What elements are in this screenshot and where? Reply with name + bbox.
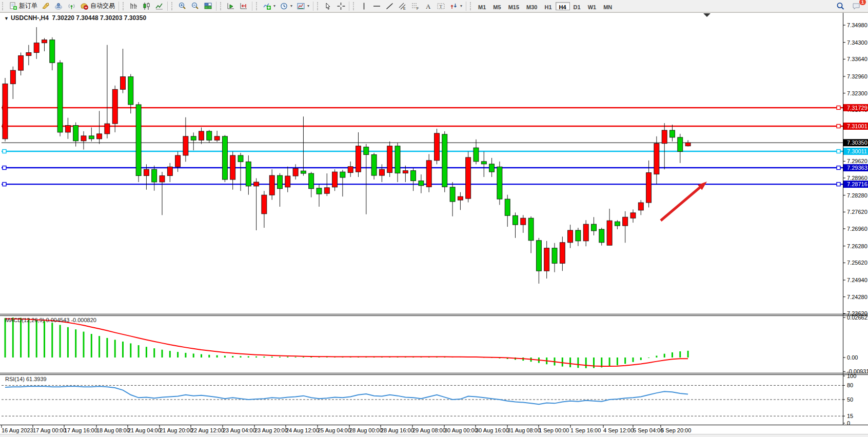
zoom-out-icon: [191, 2, 200, 10]
periods-icon: [280, 2, 288, 10]
zoom-out-button[interactable]: [189, 1, 202, 11]
templates-button[interactable]: ▾: [294, 1, 311, 11]
svg-text:16 Aug 2023: 16 Aug 2023: [2, 427, 33, 433]
svg-text:7.32960: 7.32960: [847, 73, 867, 80]
svg-text:7.31729: 7.31729: [847, 105, 867, 111]
svg-text:29 Aug 08:00: 29 Aug 08:00: [412, 427, 446, 433]
text-label-icon: T: [437, 2, 445, 10]
zoom-in-button[interactable]: [176, 1, 189, 11]
svg-text:28 Aug 00:00: 28 Aug 00:00: [349, 427, 383, 433]
svg-text:7.24940: 7.24940: [847, 277, 867, 283]
svg-text:17 Aug 16:00: 17 Aug 16:00: [64, 427, 97, 433]
svg-text:7.24280: 7.24280: [847, 294, 867, 300]
chart-window: 7.349807.343007.336407.329607.323007.316…: [0, 12, 868, 434]
timeframe-d1-button[interactable]: D1: [570, 2, 584, 10]
timeframe-m5-button[interactable]: M5: [489, 2, 504, 10]
svg-text:28 Aug 16:00: 28 Aug 16:00: [381, 427, 414, 433]
zoom-in-icon: [178, 2, 187, 10]
auto-scroll-icon: [227, 2, 235, 10]
bar-chart-button[interactable]: [127, 1, 140, 11]
candlestick-chart-button[interactable]: [140, 1, 153, 11]
line-chart-button[interactable]: [153, 1, 166, 11]
svg-text:17 Aug 00:00: 17 Aug 00:00: [33, 427, 66, 433]
mt4-terminal: 新订单自动交易▾▾▾EFAT▾M1M5M15M30H1H4D1W1MN1 7.3…: [0, 0, 868, 437]
toolbar-separator: [313, 2, 313, 11]
tile-windows-icon: [204, 2, 212, 10]
svg-text:7.30350: 7.30350: [847, 140, 867, 146]
vertical-line-icon: [360, 2, 368, 10]
text-label-button[interactable]: T: [435, 1, 447, 11]
svg-text:21 Aug 20:00: 21 Aug 20:00: [160, 427, 193, 433]
trendline-button[interactable]: [383, 1, 396, 11]
timeframe-mn-button[interactable]: MN: [600, 2, 616, 10]
toolbar-grip: [123, 2, 126, 10]
fibonacci-button[interactable]: F: [409, 1, 422, 11]
signals-button[interactable]: [65, 1, 78, 11]
svg-text:23 Aug 04:00: 23 Aug 04:00: [223, 427, 256, 433]
search-button[interactable]: [834, 1, 847, 11]
crosshair-icon: [337, 2, 345, 10]
arrows-button[interactable]: ▾: [447, 1, 464, 11]
indicators-icon: [263, 2, 271, 10]
svg-text:15: 15: [847, 413, 853, 419]
toolbar-separator: [349, 2, 349, 11]
svg-text:7.28960: 7.28960: [847, 175, 867, 181]
svg-text:50: 50: [847, 396, 853, 403]
autotrade-button[interactable]: 自动交易: [78, 1, 117, 11]
auto-scroll-button[interactable]: [225, 1, 238, 11]
chevron-down-icon: ▾: [460, 4, 462, 8]
community-button[interactable]: [52, 1, 65, 11]
text-button[interactable]: A: [422, 1, 435, 11]
toolbar-grip: [353, 2, 357, 10]
new-order-button[interactable]: 新订单: [7, 1, 40, 11]
crosshair-button[interactable]: [334, 1, 347, 11]
chart-shift-button[interactable]: [238, 1, 250, 11]
timeframe-h1-button[interactable]: H1: [541, 2, 555, 10]
window-bottom-edge: [0, 434, 868, 437]
toolbar-grip: [317, 2, 321, 10]
svg-text:30 Aug 16:00: 30 Aug 16:00: [476, 427, 509, 433]
svg-text:80: 80: [847, 382, 853, 388]
svg-text:5 Sep 04:00: 5 Sep 04:00: [633, 427, 663, 433]
svg-text:T: T: [440, 4, 443, 9]
periods-button[interactable]: ▾: [278, 1, 294, 11]
cursor-button[interactable]: [322, 1, 334, 11]
timeframe-w1-button[interactable]: W1: [584, 2, 600, 10]
macd-indicator-label: MACD(12,26,9) 0.004543 -0.000820: [5, 317, 96, 323]
toolbar-grip: [256, 2, 260, 10]
chevron-down-icon: ▾: [290, 4, 292, 8]
timeframe-h4-button[interactable]: H4: [556, 2, 570, 10]
toolbar-grip: [171, 2, 175, 10]
bar-chart-icon: [129, 2, 138, 10]
tile-windows-button[interactable]: [202, 1, 214, 11]
svg-text:7.34300: 7.34300: [847, 39, 867, 46]
vertical-line-button[interactable]: [358, 1, 370, 11]
svg-text:0: 0: [847, 420, 850, 426]
chat-button[interactable]: 1: [850, 1, 863, 11]
svg-text:7.29620: 7.29620: [847, 158, 867, 164]
timeframe-m15-button[interactable]: M15: [505, 2, 523, 10]
timeframe-m30-button[interactable]: M30: [523, 2, 541, 10]
svg-text:0.00: 0.00: [847, 354, 858, 361]
svg-text:1 Sep 00:00: 1 Sep 00:00: [539, 427, 569, 433]
equidistant-channel-icon: E: [398, 2, 407, 10]
toolbar-separator: [252, 2, 252, 11]
svg-text:7.30011: 7.30011: [847, 148, 867, 154]
toolbar-separator: [167, 2, 168, 11]
trendline-icon: [385, 2, 394, 10]
svg-text:7.26280: 7.26280: [847, 243, 867, 249]
svg-text:A: A: [426, 3, 431, 10]
chart-collapse-icon[interactable]: ▼: [4, 16, 9, 21]
equidistant-channel-button[interactable]: E: [396, 1, 409, 11]
svg-text:7.26960: 7.26960: [847, 226, 867, 232]
timeframe-m1-button[interactable]: M1: [475, 2, 489, 10]
indicators-button[interactable]: ▾: [261, 1, 278, 11]
svg-text:E: E: [403, 6, 406, 10]
metaeditor-button[interactable]: [40, 1, 52, 11]
horizontal-line-button[interactable]: [370, 1, 383, 11]
svg-text:7.34980: 7.34980: [847, 22, 867, 28]
svg-text:7.25620: 7.25620: [847, 260, 867, 266]
cursor-icon: [324, 2, 332, 10]
svg-text:23 Aug 20:00: 23 Aug 20:00: [254, 427, 288, 433]
chevron-down-icon: ▾: [273, 4, 275, 8]
